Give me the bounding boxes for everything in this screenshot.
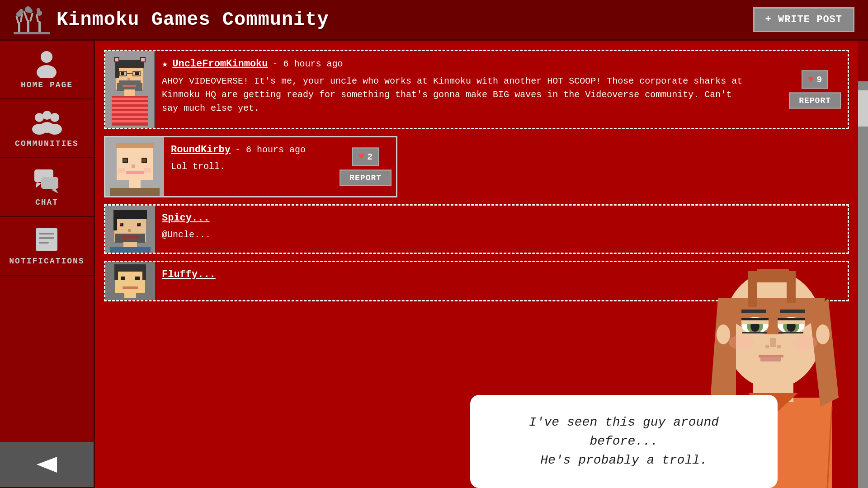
sidebar-notifications-label: NOTIFICATIONS — [9, 257, 84, 266]
svg-rect-30 — [39, 242, 49, 244]
post-content-1: AHOY VIDEOVERSE! It's me, your uncle who… — [162, 75, 748, 115]
post-content-2: Lol troll. — [171, 160, 306, 174]
coral-icon — [14, 4, 50, 36]
like-count-1: 9 — [816, 75, 822, 85]
post-author-4[interactable]: Fluffy... — [162, 269, 216, 280]
svg-rect-25 — [41, 177, 58, 189]
svg-point-9 — [19, 9, 24, 14]
post-author-3[interactable]: Spicy... — [162, 212, 210, 224]
post-time-1: - 6 hours ago — [272, 59, 343, 69]
svg-point-22 — [40, 122, 54, 133]
header-logo: Kinmoku Games Community — [14, 4, 329, 36]
heart-icon-2: ♥ — [359, 151, 364, 163]
svg-point-15 — [41, 51, 52, 63]
scroll-thumb[interactable] — [858, 90, 868, 127]
avatar-face-3 — [105, 206, 155, 254]
like-box-2: ♥ 2 — [352, 148, 379, 166]
post-card-2-wrapper: RoundKirby - 6 hours ago Lol troll. ♥ 2 … — [104, 136, 849, 197]
sidebar-item-home[interactable]: HOME PAGE — [0, 41, 94, 99]
post-avatar-2 — [105, 137, 164, 196]
svg-point-19 — [50, 113, 59, 122]
svg-point-13 — [37, 8, 40, 12]
svg-rect-29 — [39, 237, 54, 239]
avatar-face-4 — [105, 262, 155, 301]
person-icon — [31, 50, 63, 77]
post-actions-1: ♥ 9 REPORT — [789, 70, 841, 109]
sidebar-communities-label: COMMUNITIES — [15, 139, 79, 148]
svg-marker-31 — [37, 457, 57, 473]
post-header-3: Spicy... — [162, 212, 841, 224]
post-star-1: ★ — [162, 58, 168, 70]
post-header-1: ★ UncleFromKinmoku - 6 hours ago — [162, 58, 748, 70]
sidebar-item-chat[interactable]: CHAT — [0, 158, 94, 217]
dialog-line2: He's probably a troll. — [540, 453, 708, 467]
sidebar-item-notifications[interactable]: NOTIFICATIONS — [0, 217, 94, 276]
sidebar: HOME PAGE COMMUNITIES — [0, 41, 95, 488]
write-post-button[interactable]: + WRITE POST — [753, 7, 854, 32]
report-button-1[interactable]: REPORT — [789, 93, 841, 109]
svg-point-11 — [28, 9, 33, 13]
svg-rect-3 — [27, 20, 29, 33]
page-title: Kinmoku Games Community — [57, 9, 329, 31]
avatar-face-2 — [105, 137, 164, 196]
post-time-2: - 6 hours ago — [235, 145, 306, 155]
dialog-bubble: I've seen this guy around before... He's… — [470, 395, 778, 488]
svg-point-21 — [42, 111, 52, 120]
post-avatar-4 — [105, 262, 155, 301]
sidebar-item-communities[interactable]: COMMUNITIES — [0, 99, 94, 158]
group-icon — [31, 108, 63, 136]
back-icon — [31, 451, 63, 478]
avatar-face-1 — [107, 53, 152, 126]
svg-rect-0 — [18, 22, 20, 33]
svg-marker-24 — [36, 182, 41, 188]
header: Kinmoku Games Community + WRITE POST — [0, 0, 868, 41]
post-avatar-1 — [105, 51, 155, 128]
svg-marker-26 — [51, 189, 58, 193]
dialog-text: I've seen this guy around before... He's… — [493, 413, 755, 470]
post-card-2: RoundKirby - 6 hours ago Lol troll. ♥ 2 … — [104, 136, 397, 197]
report-button-2[interactable]: REPORT — [340, 170, 392, 186]
post-author-1[interactable]: UncleFromKinmoku — [172, 58, 268, 70]
post-author-2[interactable]: RoundKirby — [171, 144, 231, 155]
svg-point-17 — [35, 113, 44, 122]
svg-rect-5 — [29, 12, 33, 21]
svg-rect-27 — [36, 228, 57, 251]
back-button[interactable] — [0, 442, 94, 488]
post-header-2: RoundKirby - 6 hours ago — [171, 144, 306, 155]
svg-rect-14 — [14, 32, 50, 34]
notif-icon — [31, 226, 63, 253]
svg-rect-6 — [38, 21, 41, 33]
heart-icon-1: ♥ — [808, 74, 814, 85]
like-count-2: 2 — [367, 152, 373, 162]
post-card-1: ★ UncleFromKinmoku - 6 hours ago AHOY VI… — [104, 50, 849, 129]
sidebar-home-label: HOME PAGE — [21, 80, 73, 89]
sidebar-chat-label: CHAT — [35, 198, 58, 207]
post-body-1: ★ UncleFromKinmoku - 6 hours ago AHOY VI… — [155, 51, 848, 128]
dialog-line1: I've seen this guy around before... — [529, 415, 719, 448]
post-avatar-3 — [105, 206, 155, 254]
svg-rect-28 — [39, 233, 54, 235]
svg-point-16 — [37, 65, 57, 78]
chat-icon — [31, 167, 63, 194]
post-actions-2: ♥ 2 REPORT — [340, 148, 392, 186]
like-box-1: ♥ 9 — [802, 70, 828, 89]
